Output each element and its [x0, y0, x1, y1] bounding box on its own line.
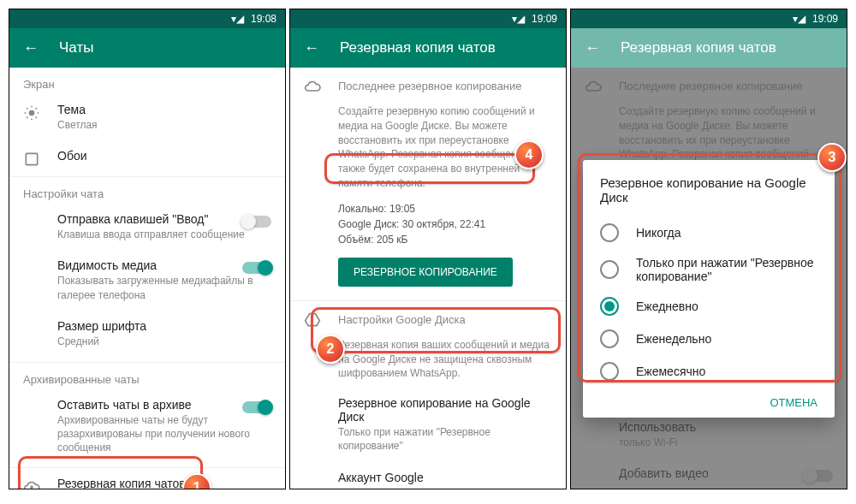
screen-chats: ▾◢19:08 ← Чаты Экран ТемаСветлая Обои На… — [9, 9, 286, 489]
step-badge-4: 4 — [514, 140, 544, 169]
item-theme[interactable]: ТемаСветлая — [9, 94, 285, 140]
back-icon: ← — [585, 39, 600, 57]
status-bar: ▾◢19:09 — [571, 9, 847, 28]
page-title: Резервная копия чатов — [621, 39, 776, 56]
header: ← Чаты — [9, 28, 285, 68]
item-last-backup: Последнее резервное копирование — [290, 68, 566, 101]
back-icon[interactable]: ← — [304, 39, 319, 57]
item-wallpaper[interactable]: Обои — [9, 140, 285, 171]
item-font-size[interactable]: Размер шрифтаСредний — [9, 311, 285, 357]
status-bar: ▾◢19:08 — [9, 9, 285, 28]
svg-point-0 — [29, 110, 35, 116]
highlight-4 — [324, 153, 535, 184]
page-title: Резервная копия чатов — [340, 39, 496, 56]
status-bar: ▾◢19:09 — [290, 9, 566, 28]
toggle-enter[interactable] — [242, 216, 271, 228]
cancel-button[interactable]: ОТМЕНА — [770, 396, 817, 409]
item-media-visibility[interactable]: Видимость медиаПоказывать загруженные ме… — [9, 250, 285, 310]
page-title: Чаты — [59, 39, 93, 56]
sun-icon — [23, 104, 40, 122]
screen-dialog: ▾◢19:09 ← Резервная копия чатов Последне… — [570, 9, 847, 489]
item-backup-frequency[interactable]: Резервное копирование на Google ДискТоль… — [290, 388, 566, 461]
toggle-keep[interactable] — [242, 401, 271, 413]
item-keep-archived[interactable]: Оставить чаты в архивеАрхивированные чат… — [9, 389, 285, 464]
section-chat: Настройки чата — [9, 176, 285, 204]
back-icon[interactable]: ← — [23, 39, 39, 57]
screen-backup: ▾◢19:09 ← Резервная копия чатов Последне… — [289, 9, 567, 489]
toggle-media[interactable] — [242, 262, 271, 274]
highlight-2 — [311, 307, 561, 353]
cloud-up-icon — [304, 78, 321, 95]
wallpaper-icon — [23, 151, 40, 168]
section-screen: Экран — [9, 68, 285, 94]
section-archive: Архивированные чаты — [9, 362, 285, 389]
step-badge-2: 2 — [316, 335, 345, 364]
header: ← Резервная копия чатов — [571, 28, 847, 68]
header: ← Резервная копия чатов — [290, 28, 566, 68]
svg-rect-1 — [26, 154, 37, 165]
item-google-account[interactable]: Аккаунт Googleand.rew.lptw@gmail.com — [290, 462, 566, 489]
backup-timestamps: Локально: 19:05 Google Диск: 30 октября,… — [290, 198, 566, 251]
step-badge-3: 3 — [817, 143, 847, 172]
item-enter-send[interactable]: Отправка клавишей "Ввод"Клавиша ввода от… — [9, 204, 285, 250]
highlight-1 — [18, 456, 203, 489]
highlight-3 — [578, 153, 841, 382]
backup-button[interactable]: РЕЗЕРВНОЕ КОПИРОВАНИЕ — [338, 258, 513, 287]
